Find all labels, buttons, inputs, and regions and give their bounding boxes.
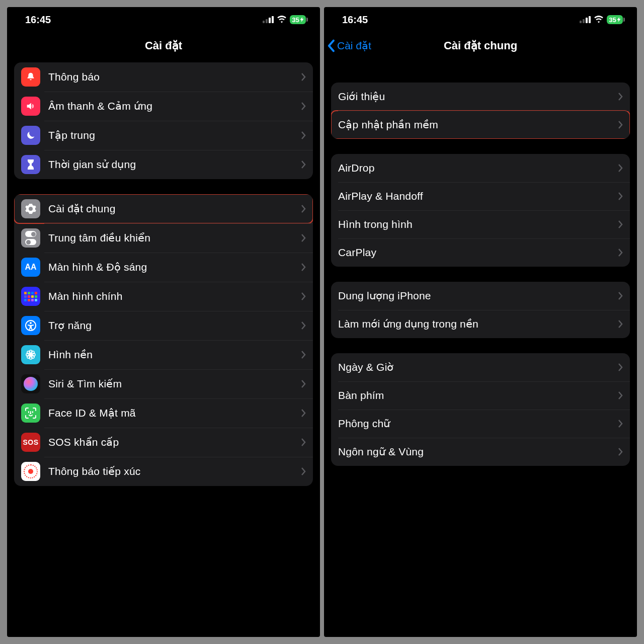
row-about[interactable]: Giới thiệu [331, 83, 630, 111]
chevron-right-icon [618, 447, 623, 456]
row-airplay-handoff[interactable]: AirPlay & Handoff [331, 182, 630, 210]
chevron-right-icon [618, 192, 623, 201]
row-label: Trung tâm điều khiển [48, 232, 301, 244]
settings-group-2: Cài đặt chung Trung tâm điều khiển AA Mà… [14, 194, 313, 486]
row-label: Màn hình & Độ sáng [48, 261, 301, 273]
row-display-brightness[interactable]: AA Màn hình & Độ sáng [14, 253, 313, 282]
row-label: Tập trung [48, 129, 301, 141]
row-label: Bàn phím [338, 389, 618, 401]
row-label: Hình nền [48, 349, 301, 361]
row-background-app-refresh[interactable]: Làm mới ứng dụng trong nền [331, 310, 630, 338]
settings-group-1: Thông báo Âm thanh & Cảm ứng Tập trung [14, 62, 313, 179]
chevron-right-icon [301, 72, 306, 82]
row-carplay[interactable]: CarPlay [331, 238, 630, 267]
chevron-right-icon [301, 467, 306, 476]
flower-icon [21, 345, 40, 364]
battery-indicator: 35 [607, 15, 623, 24]
row-sounds-haptics[interactable]: Âm thanh & Cảm ứng [14, 92, 313, 121]
status-right: 35 [580, 15, 623, 25]
row-airdrop[interactable]: AirDrop [331, 154, 630, 182]
chevron-right-icon [301, 102, 306, 111]
chevron-right-icon [301, 233, 306, 243]
general-list: Giới thiệu Cập nhật phần mềm AirDrop Air… [324, 59, 637, 637]
general-group-1: Giới thiệu Cập nhật phần mềm [331, 83, 630, 139]
row-label: Làm mới ứng dụng trong nền [338, 318, 618, 330]
page-title: Cài đặt chung [444, 39, 517, 52]
row-notifications[interactable]: Thông báo [14, 62, 313, 92]
row-faceid-passcode[interactable]: Face ID & Mật mã [14, 398, 313, 428]
row-accessibility[interactable]: Trợ năng [14, 311, 313, 340]
chevron-right-icon [618, 220, 623, 229]
exposure-icon [21, 462, 40, 481]
cellular-signal-icon [580, 16, 591, 23]
chevron-right-icon [301, 438, 306, 447]
chevron-right-icon [301, 321, 306, 330]
chevron-right-icon [618, 419, 623, 428]
row-iphone-storage[interactable]: Dung lượng iPhone [331, 282, 630, 310]
home-grid-icon [21, 287, 40, 306]
row-date-time[interactable]: Ngày & Giờ [331, 353, 630, 381]
row-siri-search[interactable]: Siri & Tìm kiếm [14, 369, 313, 398]
right-screenshot: 16:45 35 Cài đặt Cài đặt chung Giới thiệ… [324, 7, 637, 637]
general-group-2: AirDrop AirPlay & Handoff Hình trong hìn… [331, 154, 630, 267]
back-button[interactable]: Cài đặt [327, 39, 371, 52]
hourglass-icon [21, 155, 40, 174]
status-bar: 16:45 35 [324, 7, 637, 32]
row-label: Âm thanh & Cảm ứng [48, 100, 301, 112]
chevron-right-icon [301, 160, 306, 169]
row-home-screen[interactable]: Màn hình chính [14, 282, 313, 311]
faceid-icon [21, 404, 40, 423]
back-label: Cài đặt [337, 40, 371, 52]
row-label: Trợ năng [48, 319, 301, 332]
row-label: Face ID & Mật mã [48, 407, 301, 419]
row-keyboard[interactable]: Bàn phím [331, 381, 630, 410]
row-label: Cài đặt chung [48, 203, 301, 215]
row-emergency-sos[interactable]: SOS SOS khẩn cấp [14, 428, 313, 457]
row-label: Dung lượng iPhone [338, 290, 618, 302]
text-size-icon: AA [21, 258, 40, 277]
row-screen-time[interactable]: Thời gian sử dụng [14, 150, 313, 179]
row-label: Siri & Tìm kiếm [48, 378, 301, 390]
page-title: Cài đặt [145, 39, 182, 52]
row-software-update[interactable]: Cập nhật phần mềm [331, 111, 630, 139]
row-language-region[interactable]: Ngôn ngữ & Vùng [331, 438, 630, 466]
bell-icon [21, 67, 40, 87]
chevron-right-icon [618, 164, 623, 173]
row-label: Thời gian sử dụng [48, 158, 301, 171]
row-general[interactable]: Cài đặt chung [14, 194, 313, 223]
row-label: AirPlay & Handoff [338, 190, 618, 202]
accessibility-icon [21, 316, 40, 335]
nav-bar: Cài đặt Cài đặt chung [324, 32, 637, 59]
chevron-right-icon [301, 379, 306, 388]
row-wallpaper[interactable]: Hình nền [14, 340, 313, 369]
sos-icon: SOS [21, 433, 40, 452]
row-picture-in-picture[interactable]: Hình trong hình [331, 210, 630, 238]
row-label: Phông chữ [338, 418, 618, 430]
toggles-icon [21, 228, 40, 248]
row-exposure-notifications[interactable]: Thông báo tiếp xúc [14, 457, 313, 486]
nav-bar: Cài đặt [7, 32, 320, 59]
chevron-right-icon [301, 263, 306, 272]
status-right: 35 [263, 15, 306, 25]
row-fonts[interactable]: Phông chữ [331, 410, 630, 438]
chevron-right-icon [301, 409, 306, 418]
chevron-right-icon [618, 319, 623, 329]
row-label: AirDrop [338, 162, 618, 174]
status-time: 16:45 [25, 14, 51, 26]
svg-point-1 [30, 322, 32, 324]
settings-list: Thông báo Âm thanh & Cảm ứng Tập trung [7, 59, 320, 637]
general-group-4: Ngày & Giờ Bàn phím Phông chữ Ngôn ngữ &… [331, 353, 630, 466]
row-focus[interactable]: Tập trung [14, 121, 313, 150]
row-label: Hình trong hình [338, 218, 618, 230]
siri-icon [21, 374, 40, 393]
row-label: Cập nhật phần mềm [338, 119, 618, 131]
cellular-signal-icon [263, 16, 274, 23]
wifi-icon [594, 15, 604, 25]
chevron-right-icon [618, 248, 623, 257]
status-bar: 16:45 35 [7, 7, 320, 32]
gear-icon [21, 199, 40, 218]
chevron-right-icon [618, 92, 623, 101]
row-label: Giới thiệu [338, 91, 618, 103]
row-control-center[interactable]: Trung tâm điều khiển [14, 223, 313, 253]
chevron-right-icon [618, 291, 623, 300]
